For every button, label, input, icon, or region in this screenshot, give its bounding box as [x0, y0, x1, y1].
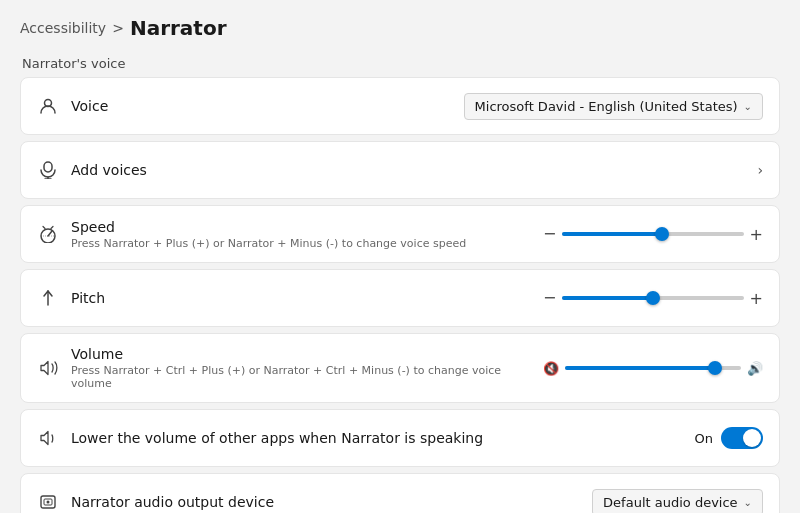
volume-slider-track[interactable] [565, 366, 741, 370]
speed-title: Speed [71, 219, 531, 235]
voice-title: Voice [71, 98, 452, 114]
voice-card: Voice Microsoft David - English (United … [20, 77, 780, 135]
volume-row: Volume Press Narrator + Ctrl + Plus (+) … [21, 334, 779, 402]
volume-max-icon[interactable]: 🔊 [747, 361, 763, 376]
audio-output-chevron-down-icon: ⌄ [744, 497, 752, 508]
pitch-icon [37, 287, 59, 309]
lower-volume-control: On [695, 427, 763, 449]
speed-subtitle: Press Narrator + Plus (+) or Narrator + … [71, 237, 531, 250]
volume-card: Volume Press Narrator + Ctrl + Plus (+) … [20, 333, 780, 403]
breadcrumb-separator: > [112, 20, 124, 36]
lower-volume-row: Lower the volume of other apps when Narr… [21, 410, 779, 466]
add-voices-content: Add voices [71, 162, 745, 178]
volume-subtitle: Press Narrator + Ctrl + Plus (+) or Narr… [71, 364, 531, 390]
pitch-slider-thumb [646, 291, 660, 305]
pitch-slider-fill [562, 296, 653, 300]
toggle-on-label: On [695, 431, 713, 446]
minus-icon[interactable]: − [543, 226, 556, 242]
voice-row: Voice Microsoft David - English (United … [21, 78, 779, 134]
breadcrumb-current: Narrator [130, 16, 227, 40]
audio-output-dropdown-value: Default audio device [603, 495, 738, 510]
pitch-plus-icon[interactable]: + [750, 289, 763, 308]
add-voices-control: › [757, 162, 763, 178]
audio-output-content: Narrator audio output device [71, 494, 580, 510]
voice-control: Microsoft David - English (United States… [464, 93, 763, 120]
pitch-card: Pitch − + [20, 269, 780, 327]
chevron-right-icon: › [757, 162, 763, 178]
plus-icon[interactable]: + [750, 225, 763, 244]
pitch-content: Pitch [71, 290, 531, 306]
volume-title: Volume [71, 346, 531, 362]
section-label: Narrator's voice [20, 56, 780, 71]
breadcrumb: Accessibility > Narrator [20, 16, 780, 40]
svg-point-7 [47, 501, 50, 504]
audio-output-row: Narrator audio output device Default aud… [21, 474, 779, 513]
lower-volume-card: Lower the volume of other apps when Narr… [20, 409, 780, 467]
pitch-slider-container: − + [543, 289, 763, 308]
volume-mute-icon[interactable]: 🔇 [543, 361, 559, 376]
mic-icon [37, 159, 59, 181]
volume-icon [37, 357, 59, 379]
volume-content: Volume Press Narrator + Ctrl + Plus (+) … [71, 346, 531, 390]
lower-volume-content: Lower the volume of other apps when Narr… [71, 430, 683, 446]
voice-dropdown[interactable]: Microsoft David - English (United States… [464, 93, 763, 120]
audio-output-card: Narrator audio output device Default aud… [20, 473, 780, 513]
volume-slider-fill [565, 366, 715, 370]
pitch-minus-icon[interactable]: − [543, 290, 556, 306]
breadcrumb-accessibility[interactable]: Accessibility [20, 20, 106, 36]
audio-output-control: Default audio device ⌄ [592, 489, 763, 514]
add-voices-card: Add voices › [20, 141, 780, 199]
audio-output-dropdown[interactable]: Default audio device ⌄ [592, 489, 763, 514]
volume-slider-container: 🔇 🔊 [543, 361, 763, 376]
speed-slider-container: − + [543, 225, 763, 244]
speed-slider-fill [562, 232, 662, 236]
voice-content: Voice [71, 98, 452, 114]
add-voices-row[interactable]: Add voices › [21, 142, 779, 198]
speed-card: Speed Press Narrator + Plus (+) or Narra… [20, 205, 780, 263]
voice-dropdown-value: Microsoft David - English (United States… [475, 99, 738, 114]
person-icon [37, 95, 59, 117]
toggle-thumb [743, 429, 761, 447]
lower-volume-title: Lower the volume of other apps when Narr… [71, 430, 683, 446]
pitch-title: Pitch [71, 290, 531, 306]
settings-page: Accessibility > Narrator Narrator's voic… [0, 0, 800, 513]
pitch-slider-track[interactable] [562, 296, 743, 300]
svg-rect-1 [44, 162, 52, 172]
speed-content: Speed Press Narrator + Plus (+) or Narra… [71, 219, 531, 250]
speed-row: Speed Press Narrator + Plus (+) or Narra… [21, 206, 779, 262]
audio-device-icon [37, 491, 59, 513]
volume-slider-thumb [708, 361, 722, 375]
pitch-row: Pitch − + [21, 270, 779, 326]
audio-output-title: Narrator audio output device [71, 494, 580, 510]
speed-slider-track[interactable] [562, 232, 743, 236]
speed-slider-thumb [655, 227, 669, 241]
lower-volume-toggle[interactable] [721, 427, 763, 449]
chevron-down-icon: ⌄ [744, 101, 752, 112]
speed-icon [37, 223, 59, 245]
add-voices-title: Add voices [71, 162, 745, 178]
volume-lower-icon [37, 427, 59, 449]
